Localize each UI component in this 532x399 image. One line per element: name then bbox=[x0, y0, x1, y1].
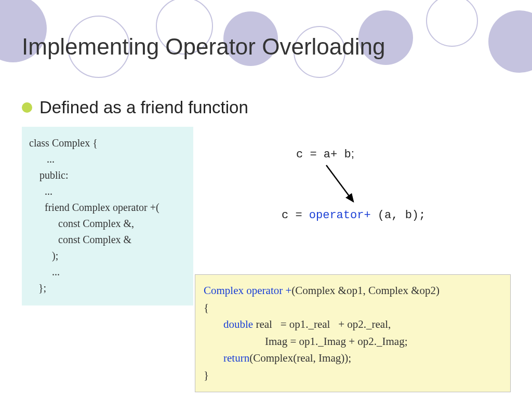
bullet-text: Defined as a friend function bbox=[39, 98, 248, 117]
expression-resolved: c = operator+ (a, b); bbox=[282, 209, 425, 222]
code-keyword: Complex operator + bbox=[204, 284, 291, 297]
code-line: ); bbox=[29, 248, 186, 264]
bullet-item: Defined as a friend function bbox=[22, 98, 248, 117]
expr-text: c = bbox=[282, 209, 309, 222]
expr-text: (a, b); bbox=[371, 209, 426, 222]
code-keyword: return bbox=[223, 352, 249, 364]
slide-title: Implementing Operator Overloading bbox=[22, 34, 385, 60]
code-line: } bbox=[204, 367, 502, 384]
expr-text: c = a bbox=[296, 148, 330, 161]
code-line: ... bbox=[29, 264, 186, 280]
code-line: friend Complex operator +( bbox=[29, 200, 186, 216]
code-line: }; bbox=[29, 280, 186, 296]
code-text: (Complex(real, Imag)); bbox=[249, 352, 351, 364]
bullet-icon bbox=[22, 102, 32, 113]
code-line: public: bbox=[29, 167, 186, 183]
code-line: Complex operator +(Complex &op1, Complex… bbox=[204, 282, 502, 299]
code-text: real = op1._real + op2._real, bbox=[253, 318, 391, 330]
expr-text: + bbox=[330, 148, 337, 161]
code-line: class Complex { bbox=[29, 135, 186, 151]
implementation-code: Complex operator +(Complex &op1, Complex… bbox=[195, 274, 511, 392]
expression-original: c = a+ b; bbox=[296, 147, 354, 161]
code-line: return(Complex(real, Imag)); bbox=[204, 350, 502, 367]
expr-operator: operator+ bbox=[309, 209, 371, 222]
code-line: double real = op1._real + op2._real, bbox=[204, 316, 502, 333]
code-line: const Complex & bbox=[29, 232, 186, 248]
code-line: Imag = op1._Imag + op2._Imag; bbox=[204, 333, 502, 350]
code-line: const Complex &, bbox=[29, 216, 186, 232]
expr-text: b bbox=[337, 148, 351, 161]
class-declaration-code: class Complex { ... public: ... friend C… bbox=[22, 127, 193, 305]
code-text: (Complex &op1, Complex &op2) bbox=[291, 284, 440, 297]
code-keyword: double bbox=[223, 318, 253, 330]
code-line: { bbox=[204, 299, 502, 316]
svg-line-0 bbox=[326, 165, 353, 202]
code-line: ... bbox=[29, 183, 186, 200]
code-line: ... bbox=[29, 151, 186, 167]
arrow-icon bbox=[317, 161, 369, 208]
expr-text: ; bbox=[351, 147, 354, 160]
